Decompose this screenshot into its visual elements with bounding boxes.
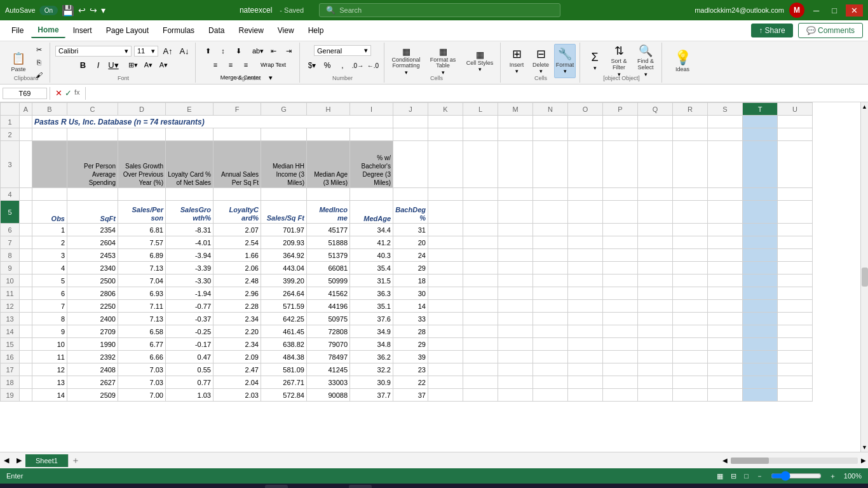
font-color-button[interactable]: A▾	[157, 59, 171, 71]
conditional-formatting-button[interactable]: ▦ Conditional Formatting ▾	[390, 44, 423, 78]
view-page-break-icon[interactable]: ⊟	[731, 472, 736, 480]
cell-J5[interactable]: BachDeg %	[393, 201, 428, 224]
cell-R5[interactable]	[673, 201, 708, 224]
cell-C5[interactable]: SqFt	[67, 201, 118, 224]
comma-button[interactable]: ,	[336, 60, 349, 71]
cell-S5[interactable]	[708, 201, 743, 224]
cell-L1[interactable]	[463, 116, 498, 128]
cell-O3[interactable]	[568, 141, 603, 188]
cell-S2[interactable]	[708, 128, 743, 141]
percent-button[interactable]: %	[320, 60, 334, 71]
cell-E5[interactable]: SalesGro wth%	[166, 201, 214, 224]
cell-L5[interactable]	[463, 201, 498, 224]
cell-K5[interactable]	[428, 201, 463, 224]
col-E[interactable]: E	[166, 103, 214, 116]
view-normal-icon[interactable]: ▦	[717, 472, 723, 480]
align-center-button[interactable]: ≡	[224, 59, 238, 71]
orientation-button[interactable]: ab▾	[251, 45, 265, 57]
cell-C2[interactable]	[67, 128, 118, 141]
autosum-button[interactable]: Σ ▾	[585, 44, 604, 78]
currency-button[interactable]: $▾	[305, 60, 319, 71]
insert-dropdown[interactable]: ▾	[515, 68, 519, 74]
cell-P5[interactable]	[603, 201, 638, 224]
cell-D6[interactable]: 6.81	[118, 224, 166, 236]
row-19-header[interactable]: 19	[1, 389, 20, 402]
cell-F4[interactable]	[214, 188, 261, 201]
autosave-toggle[interactable]: On	[39, 6, 58, 15]
cell-N2[interactable]	[533, 128, 568, 141]
chrome-icon[interactable]: 🌐	[377, 485, 400, 488]
cell-G5[interactable]: Sales/Sq Ft	[261, 201, 307, 224]
cell-C6[interactable]: 2354	[67, 224, 118, 236]
cell-H2[interactable]	[307, 128, 350, 141]
cell-U5[interactable]	[778, 201, 813, 224]
row-7-header[interactable]: 7	[1, 236, 20, 249]
cell-E6[interactable]: -8.31	[166, 224, 214, 236]
cell-D2[interactable]	[118, 128, 166, 141]
scroll-down-button[interactable]: ▼	[862, 444, 867, 451]
user-avatar[interactable]: M	[789, 3, 804, 18]
row-9-header[interactable]: 9	[1, 262, 20, 274]
cell-B4[interactable]	[32, 188, 67, 201]
cell-N4[interactable]	[533, 188, 568, 201]
cell-N5[interactable]	[533, 201, 568, 224]
cell-P4[interactable]	[603, 188, 638, 201]
cell-B3[interactable]	[32, 141, 67, 188]
cell-B2[interactable]	[32, 128, 67, 141]
cell-I5[interactable]: MedAge	[350, 201, 393, 224]
sheet-tab-sheet1[interactable]: Sheet1	[25, 454, 69, 467]
cell-S3[interactable]	[708, 141, 743, 188]
cell-G4[interactable]	[261, 188, 307, 201]
find-select-dropdown[interactable]: ▾	[644, 71, 648, 78]
fill-color-button[interactable]: A▾	[142, 59, 156, 71]
cell-K3[interactable]	[428, 141, 463, 188]
col-P[interactable]: P	[603, 103, 638, 116]
align-left-button[interactable]: ≡	[208, 59, 222, 71]
menu-item-data[interactable]: Data	[202, 24, 231, 37]
scroll-tabs-left[interactable]: ◀	[0, 455, 13, 466]
cell-L2[interactable]	[463, 128, 498, 141]
confirm-formula-icon[interactable]: ✓	[65, 88, 72, 98]
cell-F5[interactable]: LoyaltyC ard%	[214, 201, 261, 224]
cell-H3[interactable]: Median Age (3 Miles)	[307, 141, 350, 188]
number-format-selector[interactable]: General▾	[314, 45, 371, 56]
cell-J4[interactable]	[393, 188, 428, 201]
formula-input[interactable]	[88, 88, 865, 99]
cell-J1[interactable]	[393, 116, 428, 128]
delete-dropdown[interactable]: ▾	[539, 68, 543, 74]
cell-K2[interactable]	[428, 128, 463, 141]
row-17-header[interactable]: 17	[1, 363, 20, 376]
borders-button[interactable]: ⊞▾	[126, 59, 140, 71]
cell-C4[interactable]	[67, 188, 118, 201]
col-M[interactable]: M	[498, 103, 533, 116]
cell-L4[interactable]	[463, 188, 498, 201]
cell-F3[interactable]: Annual Sales Per Sq Ft	[214, 141, 261, 188]
indent-dec-button[interactable]: ⇤	[266, 45, 280, 57]
scroll-tabs-right[interactable]: ▶	[13, 455, 25, 466]
undo-icon[interactable]: ↩	[78, 5, 86, 15]
format-button[interactable]: 🔧 Format ▾	[554, 44, 576, 78]
cell-Q1[interactable]	[638, 116, 673, 128]
bold-button[interactable]: B	[76, 59, 90, 71]
cell-O1[interactable]	[568, 116, 603, 128]
cell-F2[interactable]	[214, 128, 261, 141]
row-18-header[interactable]: 18	[1, 376, 20, 389]
zoom-slider[interactable]	[771, 472, 822, 480]
cell-U4[interactable]	[778, 188, 813, 201]
col-C[interactable]: C	[67, 103, 118, 116]
col-O[interactable]: O	[568, 103, 603, 116]
cell-I3[interactable]: % w/ Bachelor's Degree (3 Miles)	[350, 141, 393, 188]
cell-N1[interactable]	[533, 116, 568, 128]
save-icon[interactable]: 💾	[62, 4, 74, 17]
paste-button[interactable]: 📋 Paste	[6, 45, 31, 79]
cell-R3[interactable]	[673, 141, 708, 188]
cell-A3[interactable]	[20, 141, 32, 188]
maximize-btn[interactable]: □	[828, 4, 841, 17]
share-button[interactable]: ↑ Share	[751, 24, 792, 37]
firefox-icon[interactable]: 🦊	[293, 485, 316, 488]
scroll-left-button[interactable]: ◀	[721, 457, 729, 464]
cell-G3[interactable]: Median HH Income (3 Miles)	[261, 141, 307, 188]
cut-button[interactable]: ✂	[32, 44, 46, 55]
cell-G6[interactable]: 701.97	[261, 224, 307, 236]
menu-item-insert[interactable]: Insert	[67, 24, 98, 37]
